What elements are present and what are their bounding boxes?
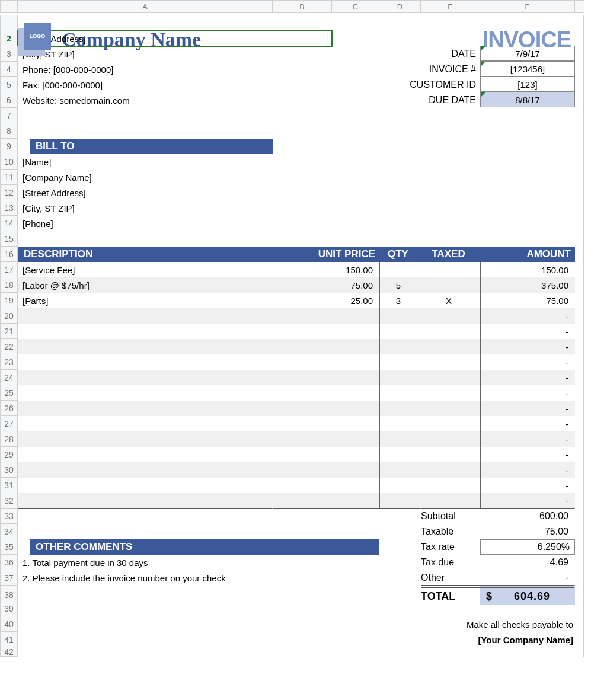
price-1[interactable]: 75.00 bbox=[273, 277, 379, 293]
subtotal-value[interactable]: 600.00 bbox=[480, 509, 575, 524]
cell-blank[interactable] bbox=[332, 31, 575, 46]
amt-empty[interactable]: - bbox=[480, 447, 575, 462]
row-header-28[interactable]: 28 bbox=[0, 431, 18, 447]
desc-0[interactable]: [Service Fee] bbox=[18, 262, 273, 277]
hdr-unit-price[interactable]: UNIT PRICE bbox=[273, 247, 379, 262]
row-header-15[interactable]: 15 bbox=[0, 231, 18, 247]
tax-0[interactable] bbox=[421, 262, 480, 277]
due-date-label[interactable]: DUE DATE bbox=[332, 92, 480, 108]
row-header-3[interactable]: 3 bbox=[0, 46, 18, 62]
comments-title[interactable]: OTHER COMMENTS bbox=[30, 539, 379, 555]
select-all-corner[interactable] bbox=[0, 0, 18, 13]
amt-empty[interactable]: - bbox=[480, 401, 575, 416]
row-header-21[interactable]: 21 bbox=[0, 324, 18, 339]
taxable-value[interactable]: 75.00 bbox=[480, 524, 575, 539]
date-value-cell[interactable]: 7/9/17 bbox=[480, 46, 575, 61]
row-header-16[interactable]: 16 bbox=[0, 247, 18, 262]
hdr-taxed[interactable]: TAXED bbox=[421, 247, 480, 262]
subtotal-label[interactable]: Subtotal bbox=[421, 509, 480, 524]
desc-2[interactable]: [Parts] bbox=[18, 293, 273, 308]
row-header-33[interactable]: 33 bbox=[0, 509, 18, 524]
row-header-5[interactable]: 5 bbox=[0, 77, 18, 92]
cell-A4[interactable]: Phone: [000-000-0000] bbox=[18, 62, 332, 77]
hdr-qty[interactable]: QTY bbox=[379, 247, 421, 262]
row-header-19[interactable]: 19 bbox=[0, 293, 18, 308]
footer-line1[interactable]: Make all checks payable to bbox=[379, 616, 575, 632]
row-header-2[interactable]: 2 bbox=[0, 31, 18, 46]
cell-A3[interactable]: [City, ST ZIP] bbox=[18, 46, 332, 62]
amt-empty[interactable]: - bbox=[480, 416, 575, 431]
amt-empty[interactable]: - bbox=[480, 462, 575, 478]
bill-to-city[interactable]: [City, ST ZIP] bbox=[18, 200, 575, 216]
other-value[interactable]: - bbox=[480, 570, 575, 586]
row-header-37[interactable]: 37 bbox=[0, 570, 18, 586]
row-header-12[interactable]: 12 bbox=[0, 185, 18, 200]
row-header-34[interactable]: 34 bbox=[0, 524, 18, 539]
invoice-no-label[interactable]: INVOICE # bbox=[332, 62, 480, 77]
row-header-41[interactable]: 41 bbox=[0, 632, 18, 647]
amt-empty[interactable]: - bbox=[480, 370, 575, 385]
row-header-22[interactable]: 22 bbox=[0, 339, 18, 354]
amt-0[interactable]: 150.00 bbox=[480, 262, 575, 277]
col-header-F[interactable]: F bbox=[480, 0, 575, 13]
cell-A2[interactable]: [Street Address] bbox=[18, 31, 332, 46]
comment-2[interactable]: 2. Please include the invoice number on … bbox=[18, 570, 421, 586]
row-header-13[interactable]: 13 bbox=[0, 200, 18, 216]
amt-empty[interactable]: - bbox=[480, 354, 575, 370]
col-header-A[interactable]: A bbox=[18, 0, 273, 13]
price-2[interactable]: 25.00 bbox=[273, 293, 379, 308]
tax-rate-value[interactable]: 6.250% bbox=[480, 539, 575, 555]
invoice-no-cell[interactable]: [123456] bbox=[480, 61, 575, 76]
bill-to-company[interactable]: [Company Name] bbox=[18, 170, 575, 185]
col-header-D[interactable]: D bbox=[379, 0, 421, 13]
qty-2[interactable]: 3 bbox=[379, 293, 421, 308]
row-header-24[interactable]: 24 bbox=[0, 370, 18, 385]
hdr-description[interactable]: DESCRIPTION bbox=[18, 247, 273, 262]
row-header-26[interactable]: 26 bbox=[0, 401, 18, 416]
qty-0[interactable] bbox=[379, 262, 421, 277]
row-header-25[interactable]: 25 bbox=[0, 385, 18, 401]
bill-to-title[interactable]: BILL TO bbox=[30, 139, 273, 154]
row-header-35[interactable]: 35 bbox=[0, 539, 18, 555]
customer-id-label[interactable]: CUSTOMER ID bbox=[332, 77, 480, 92]
taxable-label[interactable]: Taxable bbox=[421, 524, 480, 539]
col-header-E[interactable]: E bbox=[421, 0, 480, 13]
bill-to-name[interactable]: [Name] bbox=[18, 154, 575, 170]
cell-A5[interactable]: Fax: [000-000-0000] bbox=[18, 77, 332, 92]
row-header-8[interactable]: 8 bbox=[0, 123, 18, 139]
bill-to-street[interactable]: [Street Address] bbox=[18, 185, 575, 200]
tax-1[interactable] bbox=[421, 277, 480, 293]
hdr-amount[interactable]: AMOUNT bbox=[480, 247, 575, 262]
row-header-30[interactable]: 30 bbox=[0, 462, 18, 478]
row-header-29[interactable]: 29 bbox=[0, 447, 18, 462]
row-header-11[interactable]: 11 bbox=[0, 170, 18, 185]
tax-2[interactable]: X bbox=[421, 293, 480, 308]
amt-empty[interactable]: - bbox=[480, 493, 575, 509]
row-header-4[interactable]: 4 bbox=[0, 62, 18, 77]
price-0[interactable]: 150.00 bbox=[273, 262, 379, 277]
row-header-39[interactable]: 39 bbox=[0, 601, 18, 616]
amt-empty[interactable]: - bbox=[480, 385, 575, 401]
row-header-6[interactable]: 6 bbox=[0, 92, 18, 108]
row-header-14[interactable]: 14 bbox=[0, 216, 18, 231]
other-label[interactable]: Other bbox=[421, 570, 480, 586]
spreadsheet-grid[interactable]: A B C D E F 1 LOGO Company Name INVOICE … bbox=[0, 0, 596, 663]
row-header-32[interactable]: 32 bbox=[0, 493, 18, 509]
amt-empty[interactable]: - bbox=[480, 324, 575, 339]
qty-1[interactable]: 5 bbox=[379, 277, 421, 293]
desc-1[interactable]: [Labor @ $75/hr] bbox=[18, 277, 273, 293]
tax-due-label[interactable]: Tax due bbox=[421, 555, 480, 570]
amt-empty[interactable]: - bbox=[480, 308, 575, 324]
comment-1[interactable]: 1. Total payment due in 30 days bbox=[18, 555, 421, 570]
row-header-36[interactable]: 36 bbox=[0, 555, 18, 570]
col-header-C[interactable]: C bbox=[332, 0, 379, 13]
row-header-17[interactable]: 17 bbox=[0, 262, 18, 277]
row-header-27[interactable]: 27 bbox=[0, 416, 18, 431]
row-header-40[interactable]: 40 bbox=[0, 616, 18, 632]
amt-empty[interactable]: - bbox=[480, 431, 575, 447]
due-date-cell[interactable]: 8/8/17 bbox=[480, 92, 575, 107]
date-label[interactable]: DATE bbox=[332, 46, 480, 62]
row-header-23[interactable]: 23 bbox=[0, 354, 18, 370]
amt-empty[interactable]: - bbox=[480, 478, 575, 493]
row-header-10[interactable]: 10 bbox=[0, 154, 18, 170]
